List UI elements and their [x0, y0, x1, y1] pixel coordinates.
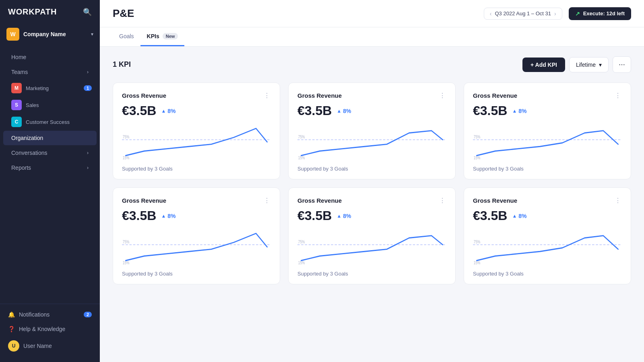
user-name: User Name	[23, 343, 52, 349]
kpi-value-row: €3.5B ▲ 8%	[297, 208, 446, 223]
chevron-icon: ›	[87, 69, 89, 75]
sidebar-item-conversations[interactable]: Conversations ›	[3, 146, 97, 160]
kpi-card-title: Gross Revenue	[122, 197, 166, 204]
company-selector[interactable]: W Company Name ▾	[0, 24, 100, 48]
cs-label: Customer Success	[26, 119, 70, 125]
kpis-tab-label: KPIs	[147, 33, 159, 39]
team-item-customer-success[interactable]: C Customer Success	[0, 113, 100, 130]
kpi-value: €3.5B	[122, 103, 156, 118]
lifetime-label: Lifetime	[576, 62, 596, 68]
logo-area: WORKPATH 🔍	[0, 0, 100, 24]
search-button[interactable]: 🔍	[83, 8, 92, 16]
add-kpi-button[interactable]: + Add KPI	[522, 58, 565, 72]
next-period-button[interactable]: ›	[554, 10, 556, 17]
sidebar-item-notifications[interactable]: 🔔 Notifications 2	[0, 307, 100, 322]
help-label: Help & Knowledge	[19, 326, 65, 332]
kpi-card-menu-button[interactable]: ⋮	[615, 197, 622, 204]
sidebar-item-home[interactable]: Home	[3, 50, 97, 64]
reports-label: Reports	[11, 165, 31, 171]
kpi-value-row: €3.5B ▲ 8%	[473, 103, 622, 118]
company-name: Company Name	[23, 31, 66, 37]
kpi-card-menu-button[interactable]: ⋮	[439, 92, 446, 99]
kpi-chart: 75% 15%	[473, 229, 622, 265]
kpi-value: €3.5B	[297, 208, 332, 223]
kpi-grid: Gross Revenue ⋮ €3.5B ▲ 8% 75% 15% Suppo…	[113, 82, 631, 284]
kpi-value-row: €3.5B ▲ 8%	[473, 208, 622, 223]
kpi-value: €3.5B	[473, 208, 507, 223]
kpi-chart: 75% 15%	[122, 229, 271, 265]
kpi-value: €3.5B	[122, 208, 156, 223]
kpi-card-header: Gross Revenue ⋮	[297, 92, 446, 99]
kpi-card-4: Gross Revenue ⋮ €3.5B ▲ 8% 75% 15% Suppo…	[113, 187, 280, 284]
sidebar-item-reports[interactable]: Reports ›	[3, 160, 97, 175]
kpi-change: ▲ 8%	[336, 213, 351, 219]
svg-text:75%: 75%	[123, 240, 130, 244]
kpi-value-row: €3.5B ▲ 8%	[297, 103, 446, 118]
kpi-footer: Supported by 3 Goals	[297, 166, 446, 172]
chevron-down-icon: ▾	[91, 31, 93, 37]
kpi-card-menu-button[interactable]: ⋮	[615, 92, 622, 99]
kpi-footer: Supported by 3 Goals	[473, 271, 622, 277]
sidebar-item-help[interactable]: ❓ Help & Knowledge	[0, 322, 100, 336]
kpi-card-header: Gross Revenue ⋮	[122, 92, 271, 99]
kpi-card-header: Gross Revenue ⋮	[297, 197, 446, 204]
sidebar-item-user[interactable]: U User Name	[0, 336, 100, 356]
kpi-chart: 75% 15%	[297, 124, 446, 160]
team-item-marketing[interactable]: M Marketing 1	[0, 80, 100, 97]
company-avatar: W	[6, 28, 19, 41]
kpi-value: €3.5B	[473, 103, 507, 118]
kpi-card-menu-button[interactable]: ⋮	[264, 92, 271, 99]
organization-label: Organization	[11, 135, 43, 141]
period-navigator[interactable]: ‹ Q3 2022 Aug 1 – Oct 31 ›	[484, 8, 562, 20]
kpi-change: ▲ 8%	[161, 108, 175, 114]
tabs-bar: Goals KPIs New	[100, 27, 644, 47]
prev-period-button[interactable]: ‹	[490, 10, 492, 17]
svg-text:75%: 75%	[298, 135, 305, 139]
chevron-icon: ›	[87, 150, 89, 156]
sales-avatar: S	[11, 100, 22, 110]
kpi-card-menu-button[interactable]: ⋮	[264, 197, 271, 204]
trend-icon: ↗	[575, 10, 580, 17]
trend-up-icon: ▲	[512, 108, 517, 114]
kpi-card-header: Gross Revenue ⋮	[473, 197, 622, 204]
kpi-value-row: €3.5B ▲ 8%	[122, 208, 271, 223]
kpi-chart: 75% 15%	[473, 124, 622, 160]
kpi-card-title: Gross Revenue	[122, 92, 166, 99]
marketing-label: Marketing	[26, 85, 49, 91]
team-item-sales[interactable]: S Sales	[0, 97, 100, 113]
chevron-down-icon: ▾	[599, 62, 602, 68]
page-title: P&E	[113, 7, 134, 20]
sidebar-item-teams[interactable]: Teams ›	[3, 65, 97, 79]
kpi-footer: Supported by 3 Goals	[122, 166, 271, 172]
kpi-card-3: Gross Revenue ⋮ €3.5B ▲ 8% 75% 15% Suppo…	[464, 82, 631, 179]
lifetime-button[interactable]: Lifetime ▾	[569, 57, 609, 72]
sidebar-item-organization[interactable]: Organization	[3, 131, 97, 145]
kpi-card-6: Gross Revenue ⋮ €3.5B ▲ 8% 75% 15% Suppo…	[464, 187, 631, 284]
svg-text:75%: 75%	[474, 135, 481, 139]
home-label: Home	[11, 54, 26, 60]
kpi-card-menu-button[interactable]: ⋮	[439, 197, 446, 204]
add-kpi-label: + Add KPI	[530, 62, 557, 68]
trend-up-icon: ▲	[336, 108, 341, 114]
goals-tab-label: Goals	[119, 33, 134, 39]
kpi-change: ▲ 8%	[336, 108, 351, 114]
app-logo: WORKPATH	[8, 7, 57, 16]
marketing-badge: 1	[84, 85, 92, 91]
tab-goals[interactable]: Goals	[113, 27, 140, 46]
kpi-card-5: Gross Revenue ⋮ €3.5B ▲ 8% 75% 15% Suppo…	[288, 187, 456, 284]
kpi-card-1: Gross Revenue ⋮ €3.5B ▲ 8% 75% 15% Suppo…	[113, 82, 280, 179]
more-options-button[interactable]: ⋯	[613, 56, 631, 73]
kpi-chart: 75% 15%	[297, 229, 446, 265]
svg-text:75%: 75%	[298, 240, 305, 244]
execute-label: Execute: 12d left	[583, 10, 625, 16]
kpi-value-row: €3.5B ▲ 8%	[122, 103, 271, 118]
kpi-change: ▲ 8%	[512, 213, 526, 219]
svg-text:15%: 15%	[123, 261, 130, 265]
svg-text:75%: 75%	[474, 240, 481, 244]
notification-badge: 2	[84, 312, 92, 317]
kpi-card-title: Gross Revenue	[297, 92, 342, 99]
kpi-card-2: Gross Revenue ⋮ €3.5B ▲ 8% 75% 15% Suppo…	[288, 82, 456, 179]
execute-badge: ↗ Execute: 12d left	[569, 7, 631, 20]
svg-text:15%: 15%	[298, 156, 305, 160]
tab-kpis[interactable]: KPIs New	[140, 27, 185, 46]
